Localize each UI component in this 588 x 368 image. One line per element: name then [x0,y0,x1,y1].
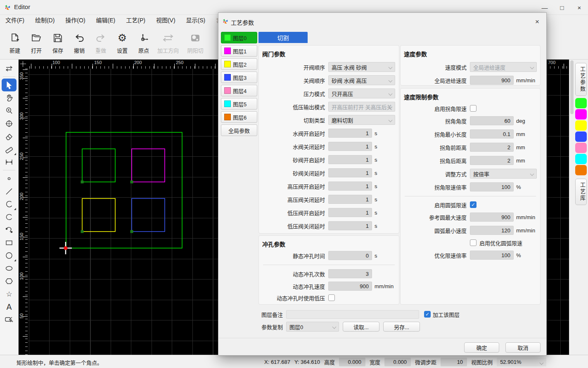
sand-open-delay-input[interactable]: 1 [328,155,372,164]
lp-open-delay-input[interactable]: 1 [328,208,372,217]
new-button[interactable]: 新建 [4,26,26,59]
menu-draw[interactable]: 绘制(D) [30,15,60,26]
sand-close-delay-input[interactable]: 1 [328,168,372,177]
eraser-tool[interactable] [2,130,17,143]
polygon-tool[interactable] [2,275,17,287]
layer-button-4[interactable]: 图层4 [221,85,257,96]
pan-tool[interactable] [2,91,17,104]
vertical-scrollbar[interactable] [569,60,574,355]
corner-after-dist-input[interactable]: 2 [470,156,514,165]
corner-before-dist-input[interactable]: 2 [470,143,514,152]
process-library-button[interactable]: 工艺库 [575,179,587,205]
layer-color-swatch[interactable] [575,143,587,153]
width-field[interactable]: 0.000 [384,358,411,366]
settings-button[interactable]: ⚙ 设置 [111,26,133,59]
line-tool[interactable] [2,185,17,198]
adjust-mode-select[interactable]: 按倍率 [470,169,537,179]
cancel-button[interactable]: 取消 [505,342,541,353]
tab-cutting[interactable]: 切割 [258,32,308,43]
copy-layer-select[interactable]: 图层0 [286,322,339,332]
hp-open-delay-input[interactable]: 1 [328,182,372,191]
height-field[interactable]: 0.000 [339,358,365,366]
dynamic-punch-lowpressure-checkbox[interactable] [328,294,335,301]
menu-process[interactable]: 工艺(P) [121,15,151,26]
menu-view[interactable]: 视图(V) [151,15,181,26]
shape-combine-tool[interactable] [2,313,17,326]
lp-close-delay-input[interactable]: 1 [328,221,372,230]
corner-limit-checkbox[interactable] [470,105,477,112]
dimension-tool[interactable] [2,155,17,168]
bezier-tool[interactable] [2,223,17,236]
process-layer-checkbox[interactable]: ✓ [424,311,431,318]
move-view-tool[interactable] [2,117,17,130]
close-icon[interactable]: × [571,0,588,15]
arc-tool[interactable] [2,198,17,210]
corner-angle-input[interactable]: 60 [470,116,514,125]
global-feed-speed-input[interactable]: 900 [470,76,514,85]
layer-button-0[interactable]: 图层0 [221,32,257,43]
ruler-tool[interactable] [2,143,17,155]
point-tool[interactable] [2,172,17,185]
origin-button[interactable]: 原点 [133,26,154,59]
circle-tool[interactable] [2,249,17,262]
corner-min-length-input[interactable]: 0.1 [470,129,514,139]
menu-file[interactable]: 文件(F) [0,15,30,26]
layer-color-swatch[interactable] [575,131,587,142]
select-tool[interactable] [2,79,17,91]
cut-type-select[interactable]: 磨料切割 [328,115,395,125]
layer-button-1[interactable]: 图层1 [221,45,257,57]
arc2-tool[interactable] [2,210,17,223]
dynamic-punch-count-input[interactable]: 3 [328,269,372,278]
layer-color-swatch[interactable] [575,98,587,108]
scrollbar-thumb[interactable] [570,60,574,114]
maximize-icon[interactable]: □ [553,0,571,15]
ok-button[interactable]: 确定 [464,342,499,353]
ruler-corner [19,60,28,69]
open-button[interactable]: 打开 [26,26,47,59]
zoom-tool[interactable] [2,104,17,117]
step-field[interactable]: 10 [441,358,467,366]
layer-button-2[interactable]: 图层2 [221,58,257,70]
undo-button[interactable]: 撤销 [69,26,90,59]
save-button[interactable]: 保存 [47,26,69,59]
hp-close-delay-input[interactable]: 1 [328,195,372,204]
rectangle-tool[interactable] [2,236,17,249]
submenu-marker [14,208,16,210]
layer-color-swatch[interactable] [575,120,587,131]
zoom-select[interactable]: 52.901% [497,358,546,366]
opt-rate-input[interactable]: 100 [470,251,514,260]
text-tool[interactable]: A [2,300,17,313]
menu-display[interactable]: 显示(S) [181,15,211,26]
water-close-delay-input[interactable]: 1 [328,142,372,151]
arc-min-speed-input[interactable]: 120 [470,226,514,235]
layer-color-swatch[interactable] [575,154,587,164]
ref-circle-max-speed-input[interactable]: 900 [470,213,514,222]
process-params-button[interactable]: 工艺参数 [575,63,587,96]
layer-color-swatch[interactable] [575,109,587,119]
close-valve-order-select[interactable]: 砂阀 水阀 高压 [328,75,395,85]
global-params-button[interactable]: 全局参数 [221,124,257,136]
chevron-down-icon [389,118,393,122]
open-valve-order-select[interactable]: 高压 水阀 砂阀 [328,62,395,72]
pressure-mode-select[interactable]: 只开高压 [328,88,395,98]
opt-arc-limit-checkbox[interactable] [470,239,477,246]
layer-button-3[interactable]: 图层3 [221,72,257,83]
layer-remark-input[interactable] [286,310,419,319]
swap-direction-tool[interactable] [2,62,17,75]
ellipse-tool[interactable] [2,262,17,275]
read-button[interactable]: 读取... [343,322,379,332]
chevron-down-icon [389,92,393,96]
layer-color-swatch[interactable] [575,165,587,175]
layer-button-6[interactable]: 图层6 [221,111,257,123]
dynamic-punch-speed-input[interactable]: 900 [328,282,372,291]
menu-operate[interactable]: 操作(O) [60,15,90,26]
corner-rate-input[interactable]: 100 [470,182,514,191]
saveas-button[interactable]: 另存... [383,322,420,332]
menu-edit[interactable]: 编辑(E) [91,15,121,26]
layer-button-5[interactable]: 图层5 [221,98,257,110]
star-tool[interactable]: ☆ [2,287,17,300]
static-punch-time-input[interactable]: 0 [328,251,372,260]
dialog-close-icon[interactable]: × [532,17,542,27]
arc-limit-checkbox[interactable]: ✓ [470,201,477,208]
water-open-delay-input[interactable]: 1 [328,129,372,138]
